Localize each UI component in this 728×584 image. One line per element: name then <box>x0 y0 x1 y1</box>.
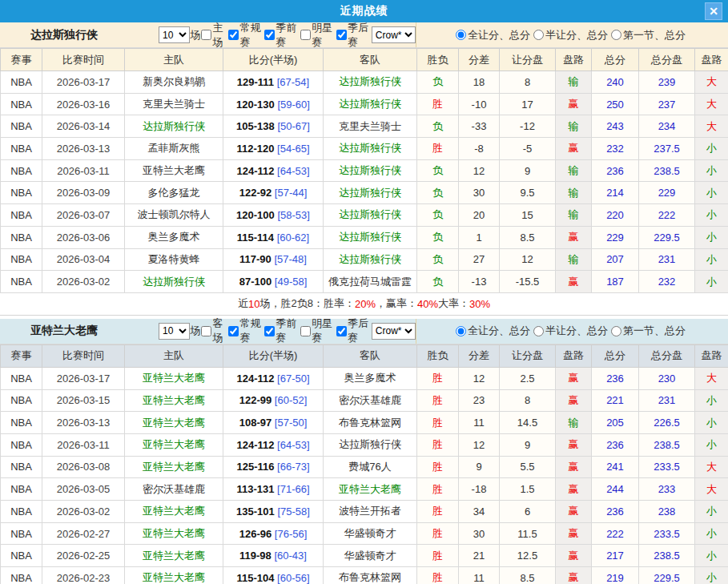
filter-checkbox[interactable] <box>228 30 239 40</box>
filter-checkbox-label: 明星赛 <box>300 316 336 345</box>
close-icon: ✕ <box>709 5 718 18</box>
odds-type-radio[interactable] <box>533 326 544 336</box>
total-line-cell: 229 <box>639 182 695 204</box>
game-row: NBA2026-03-11亚特兰大老鹰124-112 [64-53]达拉斯独行侠… <box>1 433 728 456</box>
games-label: 场 <box>190 28 200 42</box>
total-line-cell: 233.5 <box>639 456 695 478</box>
filter-checkbox[interactable] <box>264 30 275 40</box>
odds-type-radio-text: 半让分、总分 <box>545 28 608 42</box>
point-diff-cell: -18 <box>459 478 500 501</box>
game-row: NBA2026-03-02达拉斯独行侠87-100 [49-58]俄克拉荷马城雷… <box>1 271 728 293</box>
total-points-cell: 241 <box>592 456 639 478</box>
results-table: 赛事比赛时间主队比分(半场)客队胜负分差让分盘盘路总分总分盘盘路 NBA2026… <box>0 344 728 584</box>
total-line-cell: 229.5 <box>639 226 695 248</box>
away-team-cell: 布鲁克林篮网 <box>324 412 417 434</box>
filter-checkbox[interactable] <box>300 30 311 40</box>
away-team-cell: 华盛顿奇才 <box>324 545 417 567</box>
league-cell: NBA <box>1 567 42 584</box>
game-row: NBA2026-03-02亚特兰大老鹰135-101 [75-58]波特兰开拓者… <box>1 501 728 523</box>
date-cell: 2026-03-04 <box>42 248 125 271</box>
league-cell: NBA <box>1 115 42 138</box>
result-cell: 负 <box>417 248 459 271</box>
home-team-cell: 夏洛特黄蜂 <box>125 248 223 271</box>
filter-checkbox[interactable] <box>201 30 211 40</box>
point-diff-cell: 1 <box>459 226 500 248</box>
point-diff-cell: 27 <box>459 248 500 271</box>
games-count-select[interactable]: 10 <box>159 26 190 43</box>
games-count-select[interactable]: 10 <box>159 323 190 340</box>
handicap-result-cell: 赢 <box>556 522 592 545</box>
over-under-cell: 大 <box>695 478 728 501</box>
filter-checkbox-group: 主场常规赛季前赛明星赛季后赛 <box>200 21 371 50</box>
total-line-cell: 238.5 <box>639 159 695 182</box>
filter-checkbox[interactable] <box>336 326 347 336</box>
over-under-cell: 小 <box>695 501 728 523</box>
filter-checkbox[interactable] <box>201 326 211 336</box>
column-header: 胜负 <box>417 49 459 71</box>
total-line-cell: 229.5 <box>639 567 695 584</box>
over-under-cell: 小 <box>695 159 728 182</box>
away-team-cell: 达拉斯独行侠 <box>324 433 417 456</box>
date-cell: 2026-03-11 <box>42 433 125 456</box>
over-under-cell: 大 <box>695 71 728 94</box>
home-team-cell: 亚特兰大老鹰 <box>125 389 223 412</box>
summary-text-segment: 场，胜2负8：胜率： <box>259 296 354 311</box>
source-select[interactable]: Crow* <box>372 26 416 43</box>
filter-checkbox-text: 季后赛 <box>348 316 372 345</box>
filter-checkbox-label: 季后赛 <box>336 316 372 345</box>
filter-checkbox-text: 季前赛 <box>276 21 300 50</box>
over-under-cell: 小 <box>695 138 728 160</box>
score-cell: 105-138 [50-67] <box>223 115 324 138</box>
result-cell: 负 <box>417 115 459 138</box>
result-cell: 胜 <box>417 456 459 478</box>
home-team-cell: 亚特兰大老鹰 <box>125 433 223 456</box>
odds-type-radio[interactable] <box>456 30 466 40</box>
column-header: 总分 <box>592 344 639 367</box>
game-row: NBA2026-03-04夏洛特黄蜂117-90 [57-48]达拉斯独行侠负2… <box>1 248 728 271</box>
point-diff-cell: 34 <box>459 501 500 523</box>
filter-checkbox-text: 常规赛 <box>239 21 263 50</box>
filter-checkbox-label: 常规赛 <box>227 21 263 50</box>
column-header: 总分 <box>592 49 639 71</box>
date-cell: 2026-03-17 <box>42 71 125 94</box>
result-cell: 胜 <box>417 478 459 501</box>
game-row: NBA2026-03-17新奥尔良鹈鹕129-111 [67-54]达拉斯独行侠… <box>1 71 728 94</box>
total-points-cell: 187 <box>592 271 639 293</box>
handicap-line-cell: -5 <box>500 138 556 160</box>
point-diff-cell: 12 <box>459 367 500 389</box>
over-under-cell: 小 <box>695 545 728 567</box>
over-under-cell: 大 <box>695 456 728 478</box>
date-cell: 2026-02-23 <box>42 567 125 584</box>
odds-type-radio[interactable] <box>456 326 466 336</box>
filter-checkbox[interactable] <box>228 326 239 336</box>
handicap-line-cell: 8.5 <box>500 226 556 248</box>
over-under-cell: 小 <box>695 567 728 584</box>
odds-type-radio[interactable] <box>533 30 544 40</box>
away-team-cell: 华盛顿奇才 <box>324 522 417 545</box>
total-points-cell: 244 <box>592 478 639 501</box>
handicap-line-cell: 11.5 <box>500 522 556 545</box>
handicap-line-cell: 15 <box>500 204 556 227</box>
total-line-cell: 231 <box>639 248 695 271</box>
league-cell: NBA <box>1 271 42 293</box>
filter-checkbox[interactable] <box>300 326 311 336</box>
handicap-result-cell: 输 <box>556 71 592 94</box>
odds-type-radio[interactable] <box>611 326 621 336</box>
filter-bar-left: 达拉斯独行侠 10 场 主场常规赛季前赛明星赛季后赛 Crow* <box>0 22 416 47</box>
game-row: NBA2026-03-13孟菲斯灰熊112-120 [54-65]达拉斯独行侠胜… <box>1 138 728 160</box>
filter-checkbox-label: 明星赛 <box>300 21 336 50</box>
league-cell: NBA <box>1 545 42 567</box>
source-select[interactable]: Crow* <box>372 323 416 340</box>
column-header: 客队 <box>324 344 417 367</box>
home-team-cell: 亚特兰大老鹰 <box>125 159 223 182</box>
close-button[interactable]: ✕ <box>705 2 722 20</box>
filter-checkbox[interactable] <box>264 326 275 336</box>
handicap-result-cell: 赢 <box>556 478 592 501</box>
filter-checkbox-label: 季前赛 <box>263 21 300 50</box>
odds-type-radio[interactable] <box>611 30 621 40</box>
filter-checkbox[interactable] <box>336 30 347 40</box>
league-cell: NBA <box>1 501 42 523</box>
filter-checkbox-text: 明星赛 <box>312 21 336 50</box>
column-header: 分差 <box>459 344 500 367</box>
sections-root: 达拉斯独行侠 10 场 主场常规赛季前赛明星赛季后赛 Crow* 全让分、总分半… <box>0 22 728 584</box>
